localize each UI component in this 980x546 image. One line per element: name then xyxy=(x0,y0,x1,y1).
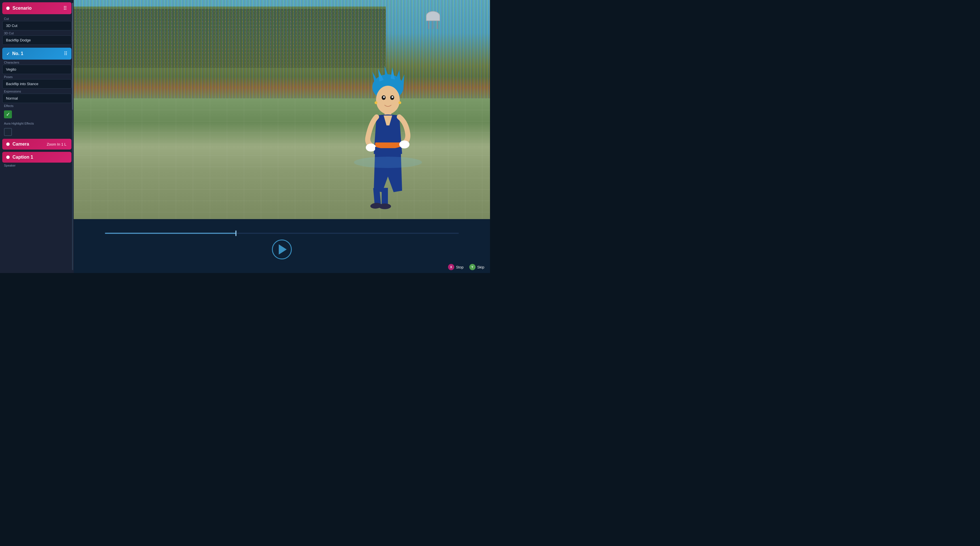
water-tower xyxy=(426,11,440,31)
scenario-menu-icon: ⠿ xyxy=(63,5,67,11)
left-panel: Scenario ⠿ Cut 3D Cut 3D Cut Backflip Do… xyxy=(0,0,74,273)
expressions-label: Expressions xyxy=(4,90,21,93)
scenario-title: Scenario xyxy=(13,6,63,11)
svg-point-20 xyxy=(375,101,377,104)
stop-x-icon: X xyxy=(448,264,454,270)
svg-point-11 xyxy=(391,96,393,98)
wt-leg-right xyxy=(437,21,438,29)
expressions-field[interactable]: Normal xyxy=(2,94,72,103)
camera-dot xyxy=(6,142,10,146)
timeline-thumb xyxy=(235,230,237,236)
scenario-dot xyxy=(6,6,10,10)
no1-title: No. 1 xyxy=(12,51,64,56)
zoom-label: Zoom In 1 L xyxy=(47,142,66,147)
aura-row xyxy=(4,128,70,136)
water-tower-legs xyxy=(426,21,440,29)
control-bar: X Stop Y Skip xyxy=(74,219,490,273)
svg-point-7 xyxy=(376,86,400,114)
skip-y-icon: Y xyxy=(469,264,476,270)
timeline-track[interactable] xyxy=(105,233,459,234)
svg-marker-4 xyxy=(391,67,395,80)
svg-point-14 xyxy=(366,144,376,152)
wt-leg-left xyxy=(428,21,429,29)
stop-label: Stop xyxy=(456,265,464,269)
svg-point-10 xyxy=(383,96,385,98)
water-tower-top xyxy=(426,11,440,21)
play-button[interactable] xyxy=(272,239,292,259)
scroll-thumb xyxy=(72,3,73,110)
main-area: X Stop Y Skip xyxy=(74,0,490,273)
bottom-controls: X Stop Y Skip xyxy=(448,264,484,270)
no1-check-icon: ✓ xyxy=(6,51,10,56)
preview-area xyxy=(74,0,490,219)
no1-accordion[interactable]: ✓ No. 1 ⠿ xyxy=(2,48,72,60)
character-area xyxy=(331,63,439,211)
caption-section[interactable]: Caption 1 xyxy=(2,152,72,163)
svg-point-22 xyxy=(354,156,422,168)
aura-label: Aura Highlight Effects xyxy=(4,122,34,125)
effects-label: Effects xyxy=(4,104,13,107)
characters-field[interactable]: Vegito xyxy=(2,65,72,74)
scenario-header[interactable]: Scenario ⠿ xyxy=(2,2,72,14)
poses-field[interactable]: Backflip into Stance xyxy=(2,79,72,89)
skip-button[interactable]: Y Skip xyxy=(469,264,484,270)
characters-label: Characters xyxy=(4,61,19,64)
scroll-indicator xyxy=(72,3,73,270)
speaker-label: Speaker xyxy=(4,164,16,167)
effects-checkbox[interactable]: ✓ xyxy=(4,110,12,118)
timeline-fill xyxy=(105,233,236,234)
camera-section[interactable]: Camera Zoom In 1 L xyxy=(2,139,72,150)
svg-marker-3 xyxy=(385,66,389,78)
cut-label: Cut xyxy=(4,17,9,21)
effects-row: ✓ xyxy=(4,110,70,118)
wt-leg-center xyxy=(433,21,433,29)
svg-point-21 xyxy=(398,101,401,104)
character-vegito xyxy=(331,63,439,211)
no1-menu-icon: ⠿ xyxy=(64,51,67,57)
stop-button[interactable]: X Stop xyxy=(448,264,464,270)
cut-field[interactable]: 3D Cut xyxy=(2,21,72,30)
aura-checkbox[interactable] xyxy=(4,128,12,136)
svg-rect-13 xyxy=(375,142,401,148)
caption-title: Caption 1 xyxy=(13,155,33,160)
skip-label: Skip xyxy=(477,265,484,269)
cut2-label: 3D Cut xyxy=(4,32,14,35)
cut2-field[interactable]: Backflip Dodge xyxy=(2,35,72,45)
caption-dot xyxy=(6,155,10,159)
svg-rect-16 xyxy=(382,188,388,205)
poses-label: Poses xyxy=(4,75,13,78)
svg-point-15 xyxy=(399,140,409,148)
camera-title: Camera xyxy=(13,142,47,147)
